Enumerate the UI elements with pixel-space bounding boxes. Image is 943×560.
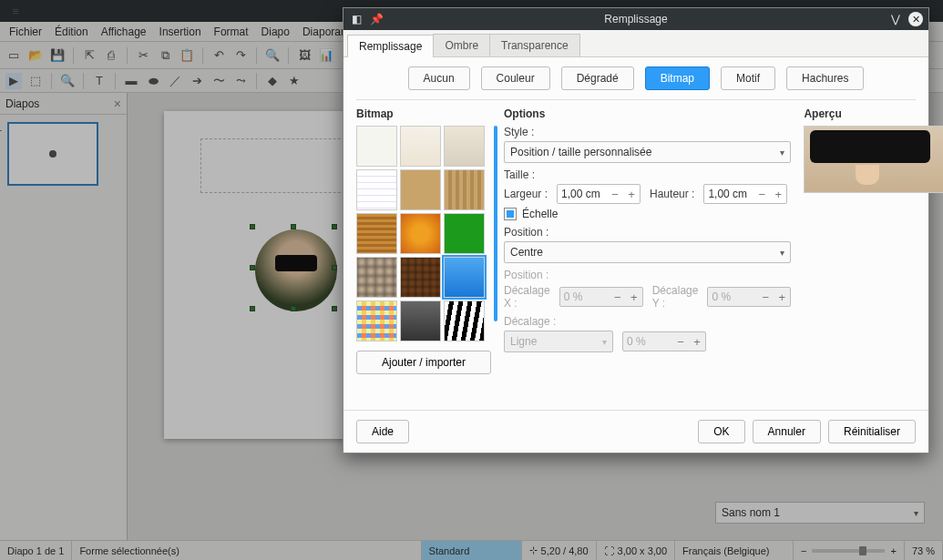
bitmap-swatch[interactable] bbox=[444, 126, 485, 167]
minus-icon: − bbox=[672, 335, 689, 349]
offsetx-spin: − + bbox=[559, 287, 643, 307]
fill-hatch-button[interactable]: Hachures bbox=[786, 66, 864, 90]
fill-pattern-button[interactable]: Motif bbox=[721, 66, 775, 90]
window-menu-icon[interactable]: ◧ bbox=[349, 12, 364, 26]
minus-icon[interactable]: − bbox=[607, 188, 623, 201]
tile-row-combo: Ligne bbox=[504, 331, 613, 352]
bitmap-swatch[interactable] bbox=[356, 300, 397, 341]
bitmap-scrollbar[interactable] bbox=[494, 126, 497, 321]
bitmap-swatch[interactable] bbox=[444, 169, 485, 210]
height-spin[interactable]: − + bbox=[703, 184, 787, 204]
section-bitmap-title: Bitmap bbox=[356, 107, 491, 120]
tab-shadow[interactable]: Ombre bbox=[433, 34, 490, 56]
dialog-tabs: Remplissage Ombre Transparence bbox=[343, 30, 928, 57]
style-combo[interactable]: Position / taille personnalisée bbox=[504, 141, 791, 163]
cancel-button[interactable]: Annuler bbox=[753, 420, 821, 443]
bitmap-swatch[interactable] bbox=[356, 169, 397, 210]
plus-icon: + bbox=[689, 335, 705, 349]
bitmap-swatch[interactable] bbox=[444, 300, 485, 341]
minus-icon[interactable]: − bbox=[753, 188, 770, 201]
bitmap-swatch[interactable] bbox=[444, 213, 485, 254]
dialog-title: Remplissage bbox=[384, 13, 888, 25]
height-label: Hauteur : bbox=[650, 188, 694, 200]
plus-icon: + bbox=[774, 290, 790, 304]
add-import-button[interactable]: Ajouter / importer bbox=[356, 351, 491, 374]
height-input[interactable] bbox=[704, 188, 753, 200]
bitmap-swatch[interactable] bbox=[356, 126, 397, 167]
pin-icon[interactable]: 📌 bbox=[369, 12, 384, 26]
offsety-spin: − + bbox=[707, 287, 791, 307]
size-label: Taille : bbox=[504, 168, 791, 181]
fill-dialog: ◧ 📌 Remplissage ⋁ ✕ Remplissage Ombre Tr… bbox=[343, 7, 929, 453]
bitmap-swatch[interactable] bbox=[400, 213, 441, 254]
offsetx-input bbox=[560, 290, 610, 303]
width-input[interactable] bbox=[558, 188, 607, 200]
tile-value-spin: − + bbox=[622, 331, 706, 351]
close-icon[interactable]: ✕ bbox=[908, 12, 923, 26]
maximize-icon[interactable]: ⋁ bbox=[888, 12, 903, 26]
dialog-titlebar[interactable]: ◧ 📌 Remplissage ⋁ ✕ bbox=[343, 8, 928, 30]
plus-icon[interactable]: + bbox=[623, 188, 640, 201]
bitmap-grid bbox=[356, 126, 491, 341]
style-label: Style : bbox=[504, 126, 791, 138]
fill-none-button[interactable]: Aucun bbox=[408, 66, 470, 90]
bitmap-swatch[interactable] bbox=[400, 300, 441, 341]
offsetx-label: Décalage X : bbox=[504, 284, 550, 310]
help-button[interactable]: Aide bbox=[356, 420, 409, 443]
fill-bitmap-button[interactable]: Bitmap bbox=[645, 66, 710, 90]
bitmap-swatch[interactable] bbox=[356, 213, 397, 254]
fill-gradient-button[interactable]: Dégradé bbox=[561, 66, 634, 90]
plus-icon[interactable]: + bbox=[770, 188, 786, 201]
bitmap-swatch[interactable] bbox=[356, 257, 397, 298]
position2-label: Position : bbox=[504, 269, 791, 281]
reset-button[interactable]: Réinitialiser bbox=[828, 420, 916, 443]
width-label: Largeur : bbox=[504, 188, 548, 200]
ok-button[interactable]: OK bbox=[698, 420, 744, 443]
plus-icon: + bbox=[626, 290, 642, 304]
width-spin[interactable]: − + bbox=[557, 184, 641, 204]
section-options-title: Options bbox=[504, 107, 791, 120]
bitmap-swatch[interactable] bbox=[400, 169, 441, 210]
scale-checkbox[interactable]: Échelle bbox=[504, 208, 791, 220]
bitmap-swatch[interactable] bbox=[400, 126, 441, 167]
position-label: Position : bbox=[504, 226, 791, 239]
tile-value-input bbox=[623, 335, 672, 348]
tile-label: Décalage : bbox=[504, 315, 791, 328]
offsety-input bbox=[708, 290, 757, 303]
fill-color-button[interactable]: Couleur bbox=[481, 66, 550, 90]
tab-fill[interactable]: Remplissage bbox=[347, 35, 434, 57]
dialog-footer: Aide OK Annuler Réinitialiser bbox=[343, 410, 928, 453]
tab-transparency[interactable]: Transparence bbox=[489, 34, 580, 56]
offsety-label: Décalage Y : bbox=[652, 284, 699, 310]
preview-image bbox=[804, 126, 943, 193]
bitmap-swatch[interactable] bbox=[444, 257, 485, 298]
section-preview-title: Aperçu bbox=[804, 107, 943, 120]
minus-icon: − bbox=[610, 290, 626, 304]
fill-type-row: Aucun Couleur Dégradé Bitmap Motif Hachu… bbox=[356, 66, 916, 90]
position-combo[interactable]: Centre bbox=[504, 241, 791, 263]
bitmap-swatch[interactable] bbox=[400, 257, 441, 298]
minus-icon: − bbox=[757, 290, 774, 304]
checkbox-icon[interactable] bbox=[504, 208, 517, 220]
